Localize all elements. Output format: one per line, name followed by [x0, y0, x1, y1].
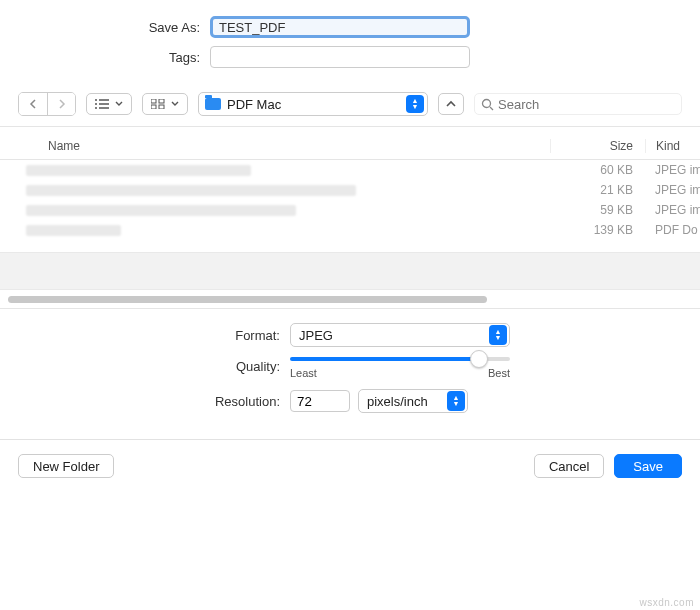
save-as-label: Save As: [20, 20, 210, 35]
file-name-blurred [26, 225, 121, 236]
quality-slider[interactable] [290, 357, 510, 361]
quality-label: Quality: [20, 357, 290, 374]
file-size: 139 KB [550, 223, 645, 237]
search-icon [481, 98, 494, 111]
watermark: wsxdn.com [639, 597, 694, 608]
format-select[interactable]: JPEG ▲▼ [290, 323, 510, 347]
horizontal-scrollbar[interactable] [0, 290, 700, 308]
scroll-thumb[interactable] [8, 296, 487, 303]
svg-point-4 [483, 99, 491, 107]
chevron-down-icon [115, 101, 123, 107]
select-stepper-icon: ▲▼ [447, 391, 465, 411]
location-stepper-icon: ▲▼ [406, 95, 424, 113]
resolution-input[interactable] [290, 390, 350, 412]
folder-icon [205, 98, 221, 110]
file-name-blurred [26, 185, 356, 196]
nav-forward-button[interactable] [47, 93, 75, 115]
search-input[interactable] [498, 97, 675, 112]
new-folder-button[interactable]: New Folder [18, 454, 114, 478]
tags-input[interactable] [210, 46, 470, 68]
grid-icon [151, 99, 165, 109]
file-browser: Name Size Kind 60 KBJPEG im21 KBJPEG im5… [0, 127, 700, 240]
format-label: Format: [20, 328, 290, 343]
file-kind: JPEG im [645, 203, 700, 217]
svg-rect-1 [159, 99, 164, 103]
collapse-button[interactable] [438, 93, 464, 115]
unit-select[interactable]: pixels/inch ▲▼ [358, 389, 468, 413]
file-size: 59 KB [550, 203, 645, 217]
resolution-label: Resolution: [20, 394, 290, 409]
unit-value: pixels/inch [367, 394, 428, 409]
file-name-blurred [26, 165, 251, 176]
file-kind: JPEG im [645, 163, 700, 177]
empty-band [0, 252, 700, 290]
select-stepper-icon: ▲▼ [489, 325, 507, 345]
tags-label: Tags: [20, 50, 210, 65]
svg-rect-0 [151, 99, 156, 103]
cancel-button[interactable]: Cancel [534, 454, 604, 478]
quality-least-label: Least [290, 367, 317, 379]
file-size: 60 KB [550, 163, 645, 177]
file-row[interactable]: 59 KBJPEG im [0, 200, 700, 220]
column-header-size[interactable]: Size [550, 139, 645, 153]
quality-best-label: Best [488, 367, 510, 379]
location-text: PDF Mac [227, 97, 406, 112]
file-size: 21 KB [550, 183, 645, 197]
search-box[interactable] [474, 93, 682, 115]
location-select[interactable]: PDF Mac ▲▼ [198, 92, 428, 116]
svg-line-5 [490, 107, 493, 110]
chevron-down-icon [171, 101, 179, 107]
file-row[interactable]: 21 KBJPEG im [0, 180, 700, 200]
slider-thumb[interactable] [470, 350, 488, 368]
file-row[interactable]: 139 KBPDF Do [0, 220, 700, 240]
file-name-blurred [26, 205, 296, 216]
format-value: JPEG [299, 328, 333, 343]
file-kind: JPEG im [645, 183, 700, 197]
column-header-kind[interactable]: Kind [645, 139, 700, 153]
save-button[interactable]: Save [614, 454, 682, 478]
list-icon [95, 99, 109, 109]
nav-back-button[interactable] [19, 93, 47, 115]
svg-rect-2 [151, 105, 156, 109]
group-dropdown[interactable] [142, 93, 188, 115]
file-kind: PDF Do [645, 223, 700, 237]
nav-back-forward[interactable] [18, 92, 76, 116]
save-as-input[interactable] [210, 16, 470, 38]
chevron-up-icon [446, 100, 456, 108]
view-list-dropdown[interactable] [86, 93, 132, 115]
file-row[interactable]: 60 KBJPEG im [0, 160, 700, 180]
svg-rect-3 [159, 105, 164, 109]
column-header-name[interactable]: Name [0, 139, 550, 153]
